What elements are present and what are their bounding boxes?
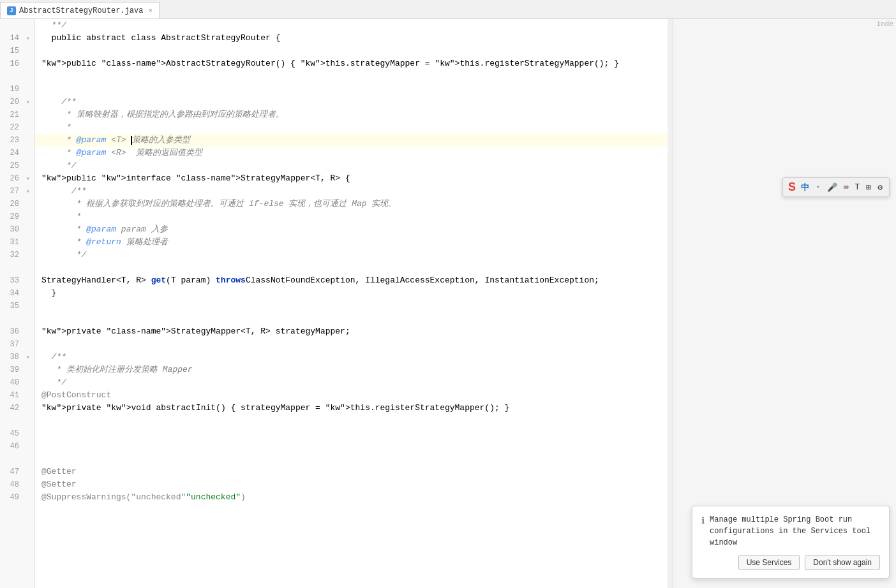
line-number: 32	[0, 251, 24, 260]
gutter-row: 35	[0, 300, 34, 312]
notification-popup: ℹ Manage multiple Spring Boot run config…	[692, 506, 890, 578]
notification-message: Manage multiple Spring Boot run configur…	[710, 514, 880, 548]
gutter-row: 30	[0, 223, 34, 236]
ime-dot-button[interactable]: ·	[814, 182, 822, 193]
code-line: @Getter	[35, 466, 673, 478]
gutter-row	[0, 453, 34, 466]
gutter-row: 42	[0, 402, 34, 415]
line-number: 41	[0, 391, 24, 400]
line-number-gutter: 14▾15161920▾212223242526▾27▾282930313233…	[0, 19, 35, 588]
code-line	[35, 261, 673, 274]
line-number: 22	[0, 123, 24, 132]
line-number: 42	[0, 404, 24, 413]
dont-show-again-button[interactable]: Don't show again	[805, 555, 880, 570]
ime-gear-icon[interactable]: ⚙	[876, 182, 884, 193]
code-line: * @return 策略处理者	[35, 236, 673, 249]
right-panel: Inde S 中 · 🎤 ⌨ T ⊞ ⚙ ℹ Manage multiple S…	[673, 19, 896, 588]
code-line	[35, 300, 673, 312]
line-number: 35	[0, 302, 24, 311]
line-number: 33	[0, 276, 24, 285]
gutter-row: 45	[0, 427, 34, 440]
ime-toolbar: S 中 · 🎤 ⌨ T ⊞ ⚙	[782, 177, 890, 197]
code-line: "kw">public "class-name">AbstractStrateg…	[35, 57, 673, 70]
code-line: /**	[35, 96, 673, 108]
ime-keyboard-icon[interactable]: ⌨	[842, 182, 850, 193]
gutter-row: 21	[0, 108, 34, 121]
code-line: *	[35, 210, 673, 223]
gutter-row: 23	[0, 134, 34, 147]
code-line: "kw">private "class-name">StrategyMapper…	[35, 325, 673, 338]
line-number: 15	[0, 47, 24, 55]
code-line	[35, 70, 673, 83]
code-line: * @param <R> 策略的返回值类型	[35, 147, 673, 159]
code-line	[35, 338, 673, 351]
line-number: 21	[0, 110, 24, 119]
line-number: 49	[0, 493, 24, 502]
code-line: * 根据入参获取到对应的策略处理者。可通过 if-else 实现，也可通过 Ma…	[35, 198, 673, 210]
gutter-row: 29	[0, 210, 34, 223]
right-panel-label: Inde	[874, 19, 896, 29]
code-line: public abstract class AbstractStrategyRo…	[35, 32, 673, 45]
code-line: * 类初始化时注册分发策略 Mapper	[35, 364, 673, 376]
code-line: }	[35, 287, 673, 300]
code-line	[35, 453, 673, 466]
gutter-row: 48	[0, 478, 34, 491]
line-number: 48	[0, 480, 24, 489]
editor-container: 14▾15161920▾212223242526▾27▾282930313233…	[0, 19, 896, 588]
gutter-row	[0, 19, 34, 32]
line-number: 31	[0, 238, 24, 247]
code-line	[35, 427, 673, 440]
line-number: 45	[0, 429, 24, 438]
gutter-row	[0, 312, 34, 325]
code-line: */	[35, 376, 673, 389]
line-number: 23	[0, 136, 24, 145]
line-number: 20	[0, 98, 24, 107]
use-services-button[interactable]: Use Services	[738, 555, 800, 570]
gutter-row: 31	[0, 236, 34, 249]
fold-icon[interactable]: ▾	[24, 187, 32, 195]
code-line	[35, 312, 673, 325]
tab-close-button[interactable]: ×	[148, 7, 153, 15]
code-line: "kw">public "kw">interface "class-name">…	[35, 172, 673, 185]
gutter-row: 46	[0, 440, 34, 453]
line-number: 47	[0, 467, 24, 476]
scrollbar[interactable]	[668, 19, 673, 588]
code-line: /**	[35, 185, 673, 198]
java-file-icon: J	[7, 6, 16, 15]
line-number: 26	[0, 174, 24, 183]
ime-mic-icon[interactable]: 🎤	[826, 182, 839, 193]
gutter-row	[0, 261, 34, 274]
tab-bar: J AbstractStrategyRouter.java ×	[0, 0, 896, 19]
editor-tab[interactable]: J AbstractStrategyRouter.java ×	[0, 2, 160, 18]
code-line	[35, 415, 673, 427]
ime-t-icon[interactable]: T	[854, 182, 862, 193]
gutter-row: 22	[0, 121, 34, 134]
code-editor[interactable]: **/ public abstract class AbstractStrate…	[35, 19, 673, 588]
notification-info-icon: ℹ	[701, 515, 705, 528]
line-number: 16	[0, 59, 24, 68]
code-line: @Setter	[35, 478, 673, 491]
fold-icon[interactable]: ▾	[24, 353, 32, 361]
fold-icon[interactable]: ▾	[24, 34, 32, 42]
gutter-row: 40	[0, 376, 34, 389]
gutter-row: 34	[0, 287, 34, 300]
ime-chinese-button[interactable]: 中	[800, 181, 810, 194]
code-line: /**	[35, 351, 673, 364]
line-number: 38	[0, 353, 24, 362]
code-line: "kw">private "kw">void abstractInit() { …	[35, 402, 673, 415]
gutter-row: 27▾	[0, 185, 34, 198]
code-line: *	[35, 121, 673, 134]
code-line: */	[35, 249, 673, 261]
ime-grid-icon[interactable]: ⊞	[865, 182, 872, 193]
gutter-row	[0, 70, 34, 83]
fold-icon[interactable]: ▾	[24, 175, 32, 182]
gutter-row: 49	[0, 491, 34, 504]
gutter-row: 36	[0, 325, 34, 338]
fold-icon[interactable]: ▾	[24, 98, 32, 106]
gutter-row: 32	[0, 249, 34, 261]
line-number: 25	[0, 161, 24, 170]
code-line: StrategyHandler<T, R> get(T param) throw…	[35, 274, 673, 287]
notification-buttons: Use Services Don't show again	[701, 555, 880, 570]
line-number: 24	[0, 149, 24, 158]
tab-filename: AbstractStrategyRouter.java	[19, 6, 143, 15]
